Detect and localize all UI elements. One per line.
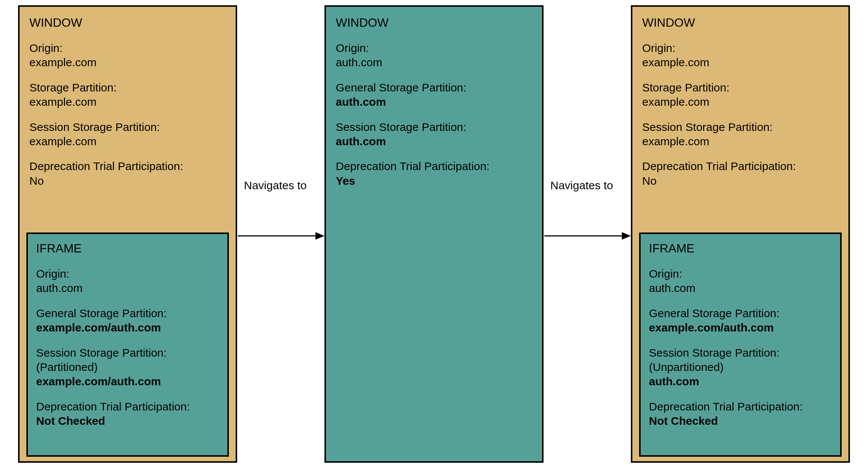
iframe-session-label: Session Storage Partition:: [649, 346, 832, 360]
iframe-panel-1: IFRAME Origin: auth.com General Storage …: [26, 232, 229, 457]
origin-value: auth.com: [336, 55, 532, 70]
iframe-session-value: example.com/auth.com: [36, 374, 219, 389]
session-value: example.com: [29, 134, 226, 149]
navigates-to-label-2: Navigates to: [550, 179, 613, 192]
origin-group: Origin: example.com: [642, 41, 839, 70]
storage-group: Storage Partition: example.com: [642, 81, 839, 109]
iframe-general-label: General Storage Partition:: [36, 306, 219, 321]
origin-group: Origin: example.com: [29, 41, 226, 70]
iframe-deprecation-group: Deprecation Trial Participation: Not Che…: [36, 400, 219, 428]
window-panel-1: WINDOW Origin: example.com Storage Parti…: [18, 5, 237, 463]
session-group: Session Storage Partition: example.com: [29, 120, 226, 149]
svg-marker-3: [622, 232, 631, 240]
iframe-origin-label: Origin:: [36, 267, 219, 281]
iframe-deprecation-value: Not Checked: [36, 414, 219, 428]
deprecation-label: Deprecation Trial Participation:: [29, 159, 226, 173]
origin-label: Origin:: [642, 41, 839, 55]
iframe-deprecation-group: Deprecation Trial Participation: Not Che…: [649, 400, 832, 428]
iframe-general-label: General Storage Partition:: [649, 306, 832, 321]
origin-label: Origin:: [336, 41, 532, 55]
session-label: Session Storage Partition:: [642, 120, 839, 134]
session-label: Session Storage Partition:: [336, 120, 532, 134]
panel-title: WINDOW: [336, 15, 532, 30]
iframe-origin-group: Origin: auth.com: [36, 267, 219, 296]
iframe-deprecation-value: Not Checked: [649, 414, 832, 428]
origin-label: Origin:: [29, 41, 226, 55]
session-value: example.com: [642, 134, 839, 149]
iframe-title: IFRAME: [649, 241, 832, 256]
deprecation-group: Deprecation Trial Participation: Yes: [336, 159, 532, 188]
storage-value: example.com: [29, 95, 226, 109]
storage-value: example.com: [642, 95, 839, 109]
panel-title: WINDOW: [642, 15, 839, 30]
iframe-deprecation-label: Deprecation Trial Participation:: [36, 400, 219, 414]
diagram-canvas: WINDOW Origin: example.com Storage Parti…: [0, 0, 868, 468]
iframe-general-group: General Storage Partition: example.com/a…: [649, 306, 832, 335]
iframe-general-group: General Storage Partition: example.com/a…: [36, 306, 219, 335]
deprecation-group: Deprecation Trial Participation: No: [29, 159, 226, 188]
origin-group: Origin: auth.com: [336, 41, 532, 70]
svg-marker-1: [315, 232, 324, 240]
deprecation-label: Deprecation Trial Participation:: [642, 159, 839, 173]
window-panel-2: WINDOW Origin: auth.com General Storage …: [324, 5, 544, 463]
deprecation-group: Deprecation Trial Participation: No: [642, 159, 839, 188]
iframe-origin-value: auth.com: [36, 281, 219, 295]
storage-label: Storage Partition:: [642, 81, 839, 95]
iframe-origin-group: Origin: auth.com: [649, 267, 832, 296]
iframe-general-value: example.com/auth.com: [649, 321, 832, 335]
storage-group: Storage Partition: example.com: [29, 81, 226, 109]
iframe-title: IFRAME: [36, 241, 219, 256]
storage-label: Storage Partition:: [29, 81, 226, 95]
iframe-general-value: example.com/auth.com: [36, 321, 219, 335]
iframe-deprecation-label: Deprecation Trial Participation:: [649, 400, 832, 414]
window-panel-3: WINDOW Origin: example.com Storage Parti…: [631, 5, 850, 463]
session-group: Session Storage Partition: example.com: [642, 120, 839, 149]
iframe-session-note: (Unpartitioned): [649, 360, 832, 374]
session-group: Session Storage Partition: auth.com: [336, 120, 532, 149]
iframe-session-value: auth.com: [649, 374, 832, 389]
iframe-session-note: (Partitioned): [36, 360, 219, 374]
panel-title: WINDOW: [29, 15, 226, 30]
iframe-session-label: Session Storage Partition:: [36, 346, 219, 360]
origin-value: example.com: [642, 55, 839, 70]
general-storage-value: auth.com: [336, 95, 532, 109]
deprecation-value: Yes: [336, 174, 532, 188]
navigates-to-label-1: Navigates to: [244, 179, 307, 192]
deprecation-value: No: [642, 174, 839, 188]
iframe-origin-value: auth.com: [649, 281, 832, 295]
session-value: auth.com: [336, 134, 532, 149]
iframe-session-group: Session Storage Partition: (Unpartitione…: [649, 346, 832, 389]
deprecation-value: No: [29, 174, 226, 188]
general-storage-label: General Storage Partition:: [336, 81, 532, 95]
deprecation-label: Deprecation Trial Participation:: [336, 159, 532, 173]
iframe-panel-3: IFRAME Origin: auth.com General Storage …: [639, 232, 842, 457]
iframe-origin-label: Origin:: [649, 267, 832, 281]
iframe-session-group: Session Storage Partition: (Partitioned)…: [36, 346, 219, 389]
origin-value: example.com: [29, 55, 226, 70]
session-label: Session Storage Partition:: [29, 120, 226, 134]
general-storage-group: General Storage Partition: auth.com: [336, 81, 532, 109]
